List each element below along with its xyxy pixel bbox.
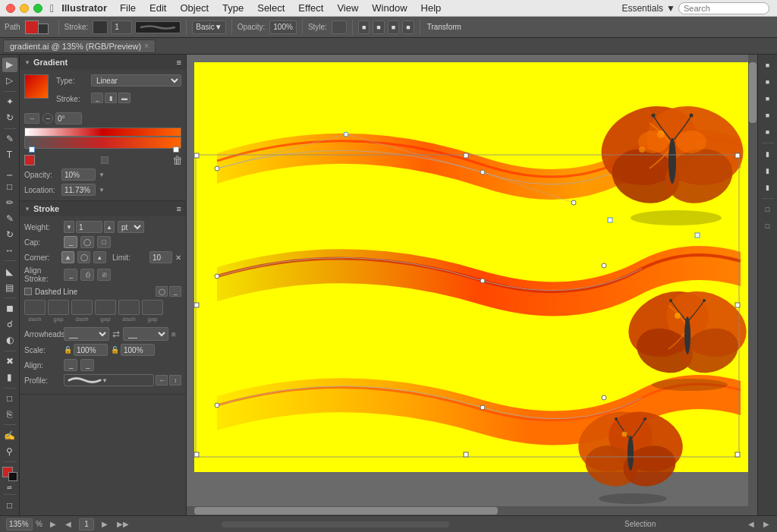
rp-btn-5[interactable]: ■	[760, 124, 775, 140]
rp-btn-10[interactable]: □	[760, 219, 775, 234]
vertical-scrollbar[interactable]	[748, 55, 757, 506]
menu-help[interactable]: Help	[419, 2, 444, 14]
brush-tool[interactable]: ✏	[2, 195, 17, 209]
gap-input-3[interactable]	[142, 300, 163, 315]
menu-effect[interactable]: Effect	[296, 2, 326, 14]
gradient-opacity-bar[interactable]	[24, 127, 181, 137]
next-page-btn[interactable]: ▶▶	[115, 520, 131, 528]
flip-profile-v-btn[interactable]: ↕	[169, 375, 181, 386]
minimize-button[interactable]	[20, 4, 29, 13]
warp-tool[interactable]: ◣	[2, 264, 17, 279]
menu-file[interactable]: File	[118, 2, 138, 14]
profile-select[interactable]: ▼	[64, 374, 154, 386]
hand-tool[interactable]: ✍	[2, 428, 17, 442]
align-arrowhead-2[interactable]: ⎯	[80, 359, 94, 371]
canvas-area[interactable]	[187, 55, 757, 515]
prev-artboard-btn[interactable]: ◀	[64, 520, 73, 528]
reverse-gradient-btn[interactable]: ↔	[24, 113, 39, 124]
blend-tool[interactable]: ◐	[2, 333, 17, 348]
hscroll-thumb[interactable]	[194, 507, 498, 515]
align-right-icon[interactable]: ■	[388, 20, 399, 34]
stroke-color[interactable]	[93, 20, 108, 34]
close-button[interactable]	[6, 4, 15, 13]
weight-unit-select[interactable]: pt	[118, 221, 144, 233]
align-center-stroke[interactable]: ⎯	[64, 269, 77, 281]
opacity-input[interactable]	[61, 168, 96, 181]
weight-down-btn[interactable]: ▼	[64, 221, 74, 233]
symbol-tool[interactable]: ✖	[2, 354, 17, 369]
align-arrowhead-1[interactable]: ⎯	[64, 359, 77, 371]
tab-close-icon[interactable]: ×	[144, 42, 149, 50]
vscroll-thumb[interactable]	[749, 62, 757, 123]
arrowhead-start-select[interactable]: ⎯⎯	[64, 327, 109, 341]
dashed-line-checkbox[interactable]	[24, 288, 32, 295]
menu-view[interactable]: View	[335, 2, 360, 14]
cap-square[interactable]: □	[97, 236, 111, 248]
gradient-stop-left[interactable]	[29, 146, 35, 153]
magic-wand-tool[interactable]: ✦	[2, 95, 17, 109]
scale-input-1[interactable]	[74, 344, 108, 356]
stroke-profile-select[interactable]: Basic ▼	[192, 20, 225, 34]
weight-up-btn[interactable]: ▲	[104, 221, 115, 233]
pencil-tool[interactable]: ✎	[2, 211, 17, 225]
swap-arrows-btn[interactable]: ⇄	[112, 329, 120, 339]
fill-stroke-indicator[interactable]	[2, 467, 17, 481]
rp-btn-4[interactable]: ■	[760, 108, 775, 123]
graph-tool[interactable]: ▤	[2, 280, 17, 294]
stroke-weight[interactable]: 1	[111, 20, 132, 34]
stroke-options-icon[interactable]: ≡	[177, 204, 181, 213]
arrowhead-end-select[interactable]: ⎯⎯	[123, 327, 168, 341]
location-dropdown[interactable]: ▼	[99, 187, 105, 194]
stroke-type-3[interactable]: ▬	[118, 93, 131, 103]
scale-tool[interactable]: ↔	[2, 243, 17, 257]
rect-tool[interactable]: □	[2, 179, 17, 194]
screen-mode-btn[interactable]: □	[2, 498, 17, 512]
swap-colors-btn[interactable]: ⇄	[7, 484, 12, 491]
align-left-icon[interactable]: ■	[358, 20, 370, 34]
limit-input[interactable]	[149, 251, 172, 263]
stroke-type-2[interactable]: ▮	[105, 93, 117, 103]
zoom-tool[interactable]: ⚲	[2, 444, 17, 458]
slice-tool[interactable]: ⎘	[2, 407, 17, 421]
rp-btn-2[interactable]: ■	[760, 74, 775, 90]
zoom-input[interactable]	[6, 518, 33, 530]
menu-select[interactable]: Select	[255, 2, 287, 14]
gradient-stop-right[interactable]	[173, 146, 179, 153]
align-outside-stroke[interactable]: ⎚	[97, 269, 111, 281]
rp-btn-8[interactable]: ▮	[760, 180, 775, 195]
rotate-tool[interactable]: ↻	[2, 227, 17, 241]
artboard[interactable]	[194, 62, 757, 472]
gradient-header[interactable]: ▼ Gradient ≡	[20, 55, 186, 70]
artboard-tool[interactable]: □	[2, 392, 17, 406]
playback-next[interactable]: ▶	[762, 520, 771, 528]
document-tab[interactable]: gradient.ai @ 135% (RGB/Preview) ×	[3, 39, 156, 53]
cap-butt[interactable]: ⎯	[64, 236, 77, 248]
column-tool[interactable]: ▮	[2, 370, 17, 385]
menu-type[interactable]: Type	[220, 2, 246, 14]
corner-miter[interactable]: ▲	[61, 251, 74, 263]
rp-btn-1[interactable]: ■	[760, 58, 775, 73]
opacity-dropdown[interactable]: ▼	[99, 172, 105, 178]
gradient-color-bar[interactable]	[24, 137, 181, 149]
stroke-header[interactable]: ▼ Stroke ≡	[20, 201, 186, 216]
gradient-main-swatch[interactable]	[24, 74, 49, 99]
essentials-label[interactable]: Essentials	[621, 3, 663, 14]
gradient-tool[interactable]: ◼	[2, 301, 17, 316]
prev-page-btn[interactable]: ▶	[49, 520, 58, 528]
stop-color-swatch[interactable]	[24, 155, 35, 165]
line-tool[interactable]: ⎯	[2, 164, 17, 178]
direct-selection-tool[interactable]: ▷	[2, 74, 17, 88]
scale-lock-icon-2[interactable]: 🔓	[111, 346, 119, 354]
rp-btn-3[interactable]: ■	[760, 91, 775, 106]
search-input[interactable]	[678, 2, 769, 14]
fill-swatch[interactable]	[25, 20, 39, 34]
corner-round[interactable]: ◯	[77, 251, 90, 263]
dash-input-2[interactable]	[71, 300, 93, 315]
lasso-tool[interactable]: ↻	[2, 111, 17, 125]
scale-input-2[interactable]	[121, 344, 155, 356]
distribute-icon[interactable]: ■	[402, 20, 414, 34]
stroke-style[interactable]	[135, 21, 181, 33]
weight-input[interactable]	[76, 221, 102, 233]
menu-edit[interactable]: Edit	[147, 2, 168, 14]
rp-btn-9[interactable]: □	[760, 202, 775, 217]
